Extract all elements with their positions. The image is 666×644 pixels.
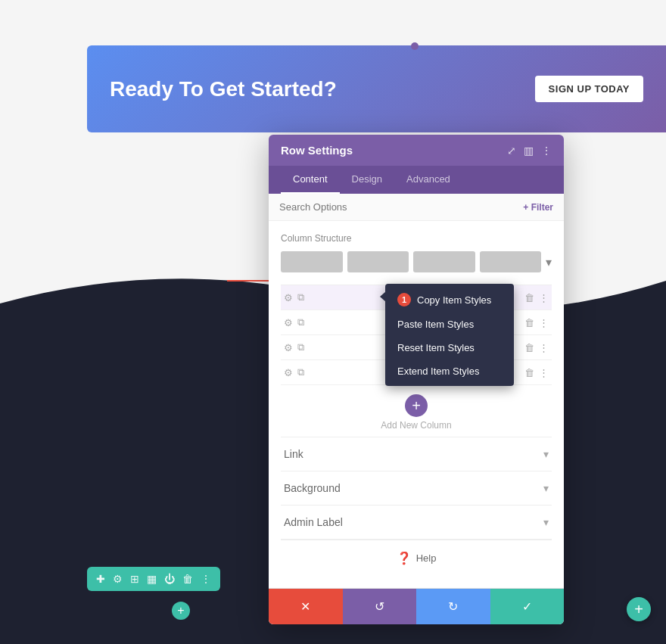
- search-input[interactable]: [279, 201, 523, 213]
- row-icons-right-1: 🗑 ⋮: [524, 292, 549, 303]
- row-gear-icon-2[interactable]: ⚙: [284, 317, 293, 328]
- modal-footer: ✕ ↺ ↻ ✓: [269, 588, 564, 624]
- add-icon[interactable]: ✚: [96, 573, 105, 585]
- col-btn-1[interactable]: [281, 251, 343, 272]
- col-arrow-icon[interactable]: ▾: [546, 255, 552, 269]
- row-copy-icon-4[interactable]: ⧉: [297, 366, 304, 378]
- row-icons-left-2: ⚙ ⧉: [284, 316, 304, 328]
- footer-save-button[interactable]: ✓: [490, 589, 565, 624]
- tab-design[interactable]: Design: [340, 166, 394, 194]
- context-arrow: [380, 291, 386, 302]
- accordion-link[interactable]: Link ▾: [281, 437, 552, 471]
- tab-content[interactable]: Content: [281, 166, 340, 194]
- modal-panel: Row Settings ⤢ ▥ ⋮ Content Design Advanc…: [269, 135, 564, 624]
- modal-header-icons: ⤢ ▥ ⋮: [507, 145, 552, 157]
- col-btn-3[interactable]: [413, 251, 475, 272]
- footer-redo-button[interactable]: ↻: [416, 589, 490, 624]
- context-menu-item-reset[interactable]: Reset Item Styles: [385, 336, 514, 359]
- power-icon[interactable]: ⏻: [164, 573, 175, 585]
- more-icon[interactable]: ⋮: [201, 573, 211, 585]
- modal-title: Row Settings: [281, 144, 353, 157]
- help-label: Help: [416, 552, 437, 564]
- search-bar: + Filter: [269, 194, 564, 221]
- paste-item-styles-label: Paste Item Styles: [397, 319, 474, 330]
- row-dots-icon-2[interactable]: ⋮: [539, 317, 549, 328]
- badge-1: 1: [397, 293, 411, 306]
- copy-icon[interactable]: ⊞: [130, 573, 139, 585]
- row-trash-icon-2[interactable]: 🗑: [524, 317, 534, 328]
- right-add-button[interactable]: +: [627, 597, 651, 621]
- modal-body: Column Structure ▾ ⚙ ⧉ 🗑 ⋮: [269, 221, 564, 588]
- tab-advanced[interactable]: Advanced: [394, 166, 462, 194]
- settings-icon[interactable]: ⚙: [113, 573, 123, 585]
- row-icons-right-2: 🗑 ⋮: [524, 317, 549, 328]
- add-row-button[interactable]: +: [172, 602, 190, 620]
- top-dot-indicator: [411, 42, 419, 50]
- delete-icon[interactable]: 🗑: [182, 573, 193, 585]
- column-row-1: ⚙ ⧉ 🗑 ⋮ 1 Copy Item Styles Paste I: [281, 285, 552, 310]
- row-dots-icon-4[interactable]: ⋮: [539, 367, 549, 378]
- context-menu-item-copy[interactable]: 1 Copy Item Styles: [385, 287, 514, 313]
- copy-item-styles-label: Copy Item Styles: [417, 294, 491, 306]
- footer-reset-button[interactable]: ↺: [343, 589, 417, 624]
- hero-title: Ready To Get Started?: [110, 77, 337, 101]
- row-icons-right-4: 🗑 ⋮: [524, 367, 549, 378]
- context-menu-item-paste[interactable]: Paste Item Styles: [385, 313, 514, 336]
- row-icons-right-3: 🗑 ⋮: [524, 342, 549, 353]
- row-trash-icon-3[interactable]: 🗑: [524, 342, 534, 353]
- row-icons-left-1: ⚙ ⧉: [284, 291, 304, 303]
- row-dots-icon-1[interactable]: ⋮: [539, 292, 549, 303]
- accordion-admin-label-text: Admin Label: [284, 516, 343, 528]
- row-icons-left-3: ⚙ ⧉: [284, 341, 304, 353]
- column-rows: ⚙ ⧉ 🗑 ⋮ 1 Copy Item Styles Paste I: [281, 285, 552, 385]
- accordion-admin-label[interactable]: Admin Label ▾: [281, 506, 552, 540]
- column-structure-label: Column Structure: [281, 233, 552, 244]
- accordion-background[interactable]: Background ▾: [281, 471, 552, 506]
- row-copy-icon-2[interactable]: ⧉: [297, 316, 304, 328]
- grid-icon[interactable]: ▦: [147, 573, 157, 585]
- accordion-background-label: Background: [284, 482, 341, 494]
- help-icon: ❓: [397, 551, 412, 565]
- add-column-section: + Add New Column: [281, 385, 552, 437]
- col-btn-2[interactable]: [347, 251, 409, 272]
- row-trash-icon-4[interactable]: 🗑: [524, 367, 534, 378]
- modal-header: Row Settings ⤢ ▥ ⋮: [269, 135, 564, 166]
- expand-icon[interactable]: ⤢: [507, 145, 516, 157]
- modal-tabs: Content Design Advanced: [269, 166, 564, 194]
- col-btn-4[interactable]: [480, 251, 542, 272]
- extend-item-styles-label: Extend Item Styles: [397, 366, 479, 377]
- columns-icon[interactable]: ▥: [524, 145, 534, 157]
- hero-banner: Ready To Get Started? SIGN UP TODAY: [87, 45, 666, 132]
- row-trash-icon-1[interactable]: 🗑: [524, 292, 534, 303]
- column-structure: ▾: [281, 251, 552, 272]
- accordion-background-chevron: ▾: [543, 482, 549, 494]
- signup-button[interactable]: SIGN UP TODAY: [535, 76, 643, 102]
- row-dots-icon-3[interactable]: ⋮: [539, 342, 549, 353]
- add-column-button[interactable]: +: [405, 394, 428, 417]
- footer-cancel-button[interactable]: ✕: [269, 589, 343, 624]
- row-copy-icon-1[interactable]: ⧉: [297, 291, 304, 303]
- row-gear-icon-4[interactable]: ⚙: [284, 367, 293, 378]
- context-menu: 1 Copy Item Styles Paste Item Styles Res…: [385, 284, 514, 386]
- row-icons-left-4: ⚙ ⧉: [284, 366, 304, 378]
- arrow-line: [227, 280, 269, 282]
- accordion-admin-label-chevron: ▾: [543, 516, 549, 528]
- accordion-link-label: Link: [284, 448, 303, 460]
- help-section[interactable]: ❓ Help: [281, 540, 552, 576]
- accordion-link-chevron: ▾: [543, 448, 549, 460]
- row-copy-icon-3[interactable]: ⧉: [297, 341, 304, 353]
- row-gear-icon-3[interactable]: ⚙: [284, 342, 293, 353]
- row-gear-icon-1[interactable]: ⚙: [284, 292, 293, 303]
- reset-item-styles-label: Reset Item Styles: [397, 342, 475, 353]
- add-column-label: Add New Column: [381, 420, 451, 431]
- filter-button[interactable]: + Filter: [523, 202, 553, 213]
- more-options-icon[interactable]: ⋮: [541, 145, 552, 157]
- bottom-toolbar: ✚ ⚙ ⊞ ▦ ⏻ 🗑 ⋮: [87, 567, 220, 591]
- context-menu-item-extend[interactable]: Extend Item Styles: [385, 359, 514, 383]
